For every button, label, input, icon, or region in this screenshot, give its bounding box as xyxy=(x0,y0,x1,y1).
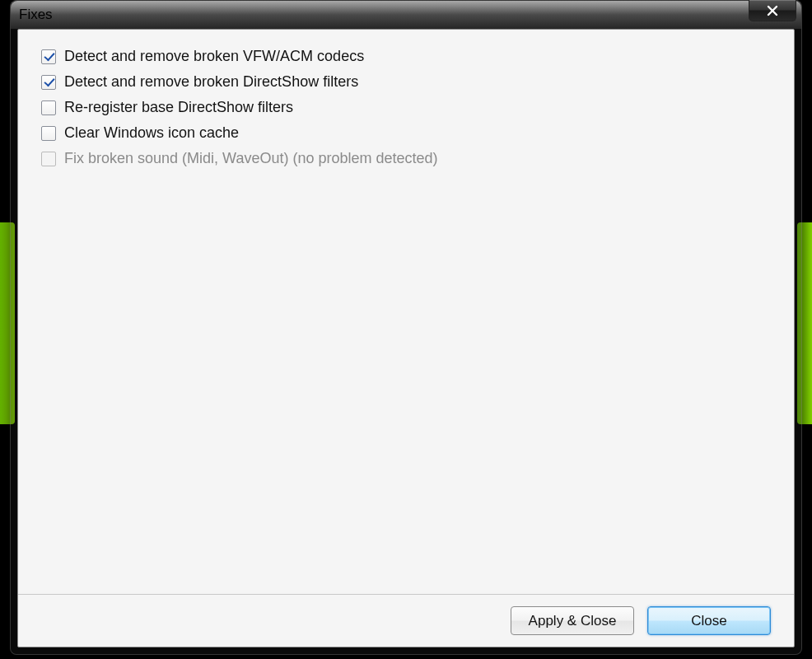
checkbox[interactable] xyxy=(41,49,56,64)
option-label: Clear Windows icon cache xyxy=(64,124,239,142)
dialog-footer: Apply & Close Close xyxy=(18,594,794,647)
close-icon xyxy=(767,5,778,16)
dialog-window: Fixes Detect and remove broken VFW/ACM c… xyxy=(10,0,802,655)
option-clear-icon-cache[interactable]: Clear Windows icon cache xyxy=(41,124,771,142)
options-panel: Detect and remove broken VFW/ACM codecs … xyxy=(18,30,794,594)
option-detect-vfw-acm[interactable]: Detect and remove broken VFW/ACM codecs xyxy=(41,48,771,65)
option-label: Fix broken sound (Midi, WaveOut) (no pro… xyxy=(64,150,438,167)
apply-and-close-button[interactable]: Apply & Close xyxy=(511,606,634,635)
checkbox xyxy=(41,152,56,166)
option-detect-directshow[interactable]: Detect and remove broken DirectShow filt… xyxy=(41,73,771,91)
checkbox[interactable] xyxy=(41,126,56,141)
option-fix-sound: Fix broken sound (Midi, WaveOut) (no pro… xyxy=(41,150,771,167)
titlebar[interactable]: Fixes xyxy=(11,1,801,29)
option-reregister-directshow[interactable]: Re-register base DirectShow filters xyxy=(41,99,771,116)
checkbox[interactable] xyxy=(41,100,56,115)
window-title: Fixes xyxy=(19,7,53,23)
checkbox[interactable] xyxy=(41,75,56,90)
close-button[interactable]: Close xyxy=(647,606,771,635)
option-label: Re-register base DirectShow filters xyxy=(64,99,293,116)
close-window-button[interactable] xyxy=(749,0,796,21)
client-area: Detect and remove broken VFW/ACM codecs … xyxy=(17,29,795,647)
option-label: Detect and remove broken DirectShow filt… xyxy=(64,73,358,91)
option-label: Detect and remove broken VFW/ACM codecs xyxy=(64,48,364,65)
